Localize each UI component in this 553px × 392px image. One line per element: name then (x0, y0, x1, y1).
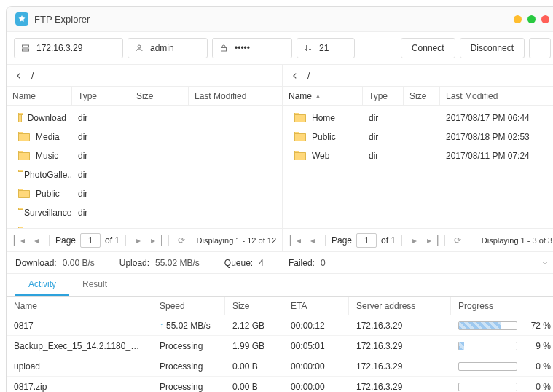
file-modified: 2017/08/17 PM 06:44 (440, 113, 553, 123)
minimize-button[interactable] (514, 15, 522, 23)
qcol-progress[interactable]: Progress (451, 297, 553, 315)
file-row[interactable]: Download dir (7, 109, 282, 128)
file-row[interactable]: SVN dir (7, 222, 282, 228)
file-name: Web (312, 151, 329, 161)
col-name[interactable]: Name▲ (283, 87, 363, 105)
qcol-name[interactable]: Name (7, 297, 152, 315)
pager-page-input[interactable] (80, 233, 101, 248)
pager-refresh-button[interactable]: ⟳ (175, 234, 188, 247)
file-row[interactable]: Surveillance dir (7, 203, 282, 222)
queue-server: 172.16.3.29 (349, 341, 451, 351)
pager-display: Displaying 1 - 3 of 3 (482, 236, 552, 245)
disconnect-button[interactable]: Disconnect (460, 38, 525, 58)
file-row[interactable]: Media dir (7, 128, 282, 146)
file-row[interactable]: Home dir 2017/08/17 PM 06:44 (283, 109, 553, 128)
file-row[interactable]: Public dir 2017/08/18 PM 02:53 (283, 128, 553, 146)
queue-speed: ↑55.02 MB/s (152, 321, 225, 331)
titlebar: FTP Explorer (7, 7, 553, 32)
col-type[interactable]: Type (363, 87, 404, 105)
file-name: Home (312, 113, 335, 123)
col-size[interactable]: Size (130, 87, 189, 105)
col-name[interactable]: Name (7, 87, 72, 105)
maximize-button[interactable] (527, 15, 536, 23)
pager-next-button[interactable]: ▸ (132, 234, 145, 247)
folder-icon (18, 133, 30, 141)
password-field[interactable]: ••••• (212, 38, 292, 58)
qcol-size[interactable]: Size (225, 297, 283, 315)
app-window: FTP Explorer 172.16.3.29 admin ••••• 21 … (6, 6, 553, 392)
app-logo-icon (15, 12, 28, 26)
folder-icon (18, 114, 22, 122)
connect-button[interactable]: Connect (401, 38, 455, 58)
file-row[interactable]: Public dir (7, 184, 282, 203)
queue-list: 0817 ↑55.02 MB/s 2.12 GB 00:00:12 172.16… (7, 315, 553, 392)
file-type: dir (72, 113, 130, 123)
queue-eta: 00:05:01 (283, 341, 349, 351)
pager-prev-button[interactable]: ◂ (306, 234, 319, 247)
queue-size: 0.00 B (225, 361, 283, 372)
pager-last-button[interactable]: ▸▕ (149, 234, 162, 247)
queue-columns: Name Speed Size ETA Server address Progr… (7, 297, 553, 315)
local-pager: ▏◂ ◂ Page of 1 ▸ ▸▕ ⟳ Displaying 1 - 12 … (7, 228, 282, 251)
pager-last-button[interactable]: ▸▕ (425, 234, 439, 247)
file-name: Download (28, 113, 66, 123)
upload-value: 55.02 MB/s (155, 258, 200, 268)
svg-point-2 (138, 45, 141, 48)
queue-row[interactable]: 0817.zip Processing 0.00 B 00:00:00 172.… (7, 377, 553, 392)
progress-bar (458, 321, 517, 330)
settings-button[interactable] (529, 38, 551, 58)
local-path[interactable]: / (31, 71, 34, 81)
close-button[interactable] (541, 15, 549, 23)
remote-back-button[interactable] (290, 71, 300, 81)
user-field[interactable]: admin (128, 38, 208, 58)
file-name: Public (36, 189, 60, 199)
qcol-eta[interactable]: ETA (283, 297, 349, 315)
progress-percent: 72 % (523, 321, 551, 331)
folder-icon (294, 133, 306, 141)
svg-rect-3 (221, 48, 227, 52)
qcol-server[interactable]: Server address (349, 297, 451, 315)
file-row[interactable]: Web dir 2017/08/11 PM 07:24 (283, 146, 553, 165)
local-file-list[interactable]: Download dir Media dir Music dir PhotoGa… (7, 106, 282, 228)
pager-page-input[interactable] (356, 233, 377, 248)
collapse-stats-button[interactable] (541, 259, 549, 267)
col-size[interactable]: Size (404, 87, 440, 105)
pager-first-button[interactable]: ▏◂ (289, 234, 302, 247)
port-icon (303, 44, 313, 52)
progress-bar (458, 342, 517, 350)
qcol-speed[interactable]: Speed (152, 297, 225, 315)
pager-refresh-button[interactable]: ⟳ (451, 234, 464, 247)
pager-first-button[interactable]: ▏◂ (12, 234, 26, 247)
app-title: FTP Explorer (34, 14, 90, 25)
file-row[interactable]: PhotoGalle... dir (7, 165, 282, 184)
progress-percent: 9 % (523, 341, 551, 351)
queue-tabs: Activity Result (7, 274, 553, 297)
tab-activity[interactable]: Activity (15, 274, 69, 296)
queue-row[interactable]: 0817 ↑55.02 MB/s 2.12 GB 00:00:12 172.16… (7, 315, 553, 336)
file-type: dir (363, 113, 404, 123)
col-modified[interactable]: Last Modified (189, 87, 282, 105)
remote-file-list[interactable]: Home dir 2017/08/17 PM 06:44 Public dir … (283, 106, 553, 228)
local-back-button[interactable] (14, 71, 24, 81)
file-row[interactable]: Music dir (7, 146, 282, 165)
pager-next-button[interactable]: ▸ (408, 234, 421, 247)
password-value: ••••• (235, 43, 250, 53)
port-field[interactable]: 21 (297, 38, 355, 58)
queue-value: 4 (259, 258, 264, 268)
col-type[interactable]: Type (72, 87, 130, 105)
col-modified[interactable]: Last Modified (440, 87, 553, 105)
host-field[interactable]: 172.16.3.29 (14, 38, 123, 58)
tab-result[interactable]: Result (69, 274, 120, 296)
svg-rect-0 (23, 45, 29, 47)
remote-path[interactable]: / (307, 71, 310, 81)
queue-server: 172.16.3.29 (349, 361, 451, 372)
lock-icon (219, 44, 229, 52)
folder-icon (294, 152, 306, 160)
file-panes: / Name Type Size Last Modified Download … (7, 65, 553, 252)
queue-eta: 00:00:00 (283, 361, 349, 372)
queue-row[interactable]: Backup_Exec_15_14.2.1180_MultiPlatf... P… (7, 336, 553, 356)
failed-value: 0 (321, 258, 326, 268)
pager-prev-button[interactable]: ◂ (30, 234, 43, 247)
file-type: dir (72, 151, 130, 161)
queue-row[interactable]: upload Processing 0.00 B 00:00:00 172.16… (7, 356, 553, 377)
